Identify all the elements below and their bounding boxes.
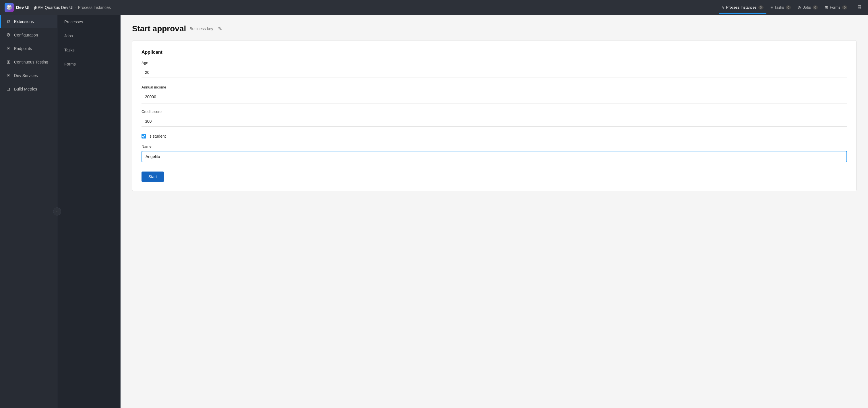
nav-forms-label: Forms: [830, 5, 840, 9]
extensions-icon: ⧉: [5, 19, 11, 24]
nav-jobs[interactable]: ⊙ Jobs 0: [795, 3, 820, 11]
continuous-testing-icon: ⊞: [5, 59, 11, 65]
tasks-icon: ≡: [770, 5, 773, 10]
process-instances-icon: ⑂: [722, 5, 724, 10]
topbar-nav: ⑂ Process Instances 0 ≡ Tasks 0 ⊙ Jobs 0…: [719, 3, 850, 11]
annual-income-label: Annual income: [142, 85, 847, 89]
page-title: Start approval: [132, 24, 186, 33]
forms-icon: ⊞: [825, 5, 828, 10]
dev-services-icon: ⊡: [5, 73, 11, 78]
name-field: Name: [142, 144, 847, 162]
annual-income-input[interactable]: [142, 92, 847, 102]
is-student-label: Is student: [148, 134, 166, 139]
sidebar-item-configuration[interactable]: ⚙ Configuration: [0, 28, 57, 42]
breadcrumb-page-name: Process Instances: [78, 5, 111, 10]
logo-label: Dev UI: [16, 5, 30, 10]
is-student-field: Is student: [142, 134, 847, 139]
breadcrumb: jBPM Quarkus Dev UI · Process Instances: [34, 5, 111, 10]
is-student-checkbox[interactable]: [142, 134, 146, 139]
nav-forms-badge: 0: [842, 5, 847, 9]
topbar: 🎲 Dev UI jBPM Quarkus Dev UI · Process I…: [0, 0, 868, 15]
sidebar-item-dev-services-label: Dev Services: [14, 73, 38, 78]
age-input[interactable]: [142, 67, 847, 78]
sidebar-item-continuous-testing[interactable]: ⊞ Continuous Testing: [0, 55, 57, 69]
secondary-nav-processes[interactable]: Processes: [57, 15, 120, 29]
secondary-nav: Processes Jobs Tasks Forms: [57, 15, 121, 408]
business-key-label: Business key: [189, 26, 213, 31]
form-card: Applicant Age Annual income Credit score: [132, 40, 857, 192]
nav-process-instances[interactable]: ⑂ Process Instances 0: [719, 3, 766, 11]
secondary-nav-tasks[interactable]: Tasks: [57, 43, 120, 57]
jobs-icon: ⊙: [798, 5, 801, 10]
sidebar-item-build-metrics[interactable]: ⊿ Build Metrics: [0, 82, 57, 96]
breadcrumb-separator: ·: [75, 5, 76, 10]
monitor-icon[interactable]: 🖥: [855, 3, 863, 12]
sidebar-item-configuration-label: Configuration: [14, 33, 38, 37]
credit-score-field: Credit score: [142, 110, 847, 128]
page-header: Start approval Business key ✎: [132, 24, 857, 33]
nav-process-instances-label: Process Instances: [726, 5, 756, 9]
nav-jobs-label: Jobs: [803, 5, 811, 9]
main-layout: ⧉ Extensions ⚙ Configuration ⊡ Endpoints…: [0, 15, 868, 408]
configuration-icon: ⚙: [5, 32, 11, 38]
nav-process-instances-badge: 0: [758, 5, 764, 9]
credit-score-label: Credit score: [142, 110, 847, 114]
sidebar-item-extensions-label: Extensions: [14, 19, 34, 24]
sidebar-collapse-icon: ‹: [57, 209, 58, 213]
sidebar-item-endpoints[interactable]: ⊡ Endpoints: [0, 42, 57, 55]
name-label: Name: [142, 144, 847, 149]
nav-jobs-badge: 0: [813, 5, 818, 9]
content-area: Start approval Business key ✎ Applicant …: [121, 15, 868, 408]
nav-tasks[interactable]: ≡ Tasks 0: [768, 3, 794, 11]
sidebar-item-continuous-testing-label: Continuous Testing: [14, 60, 48, 64]
secondary-nav-jobs[interactable]: Jobs: [57, 29, 120, 43]
sidebar-item-endpoints-label: Endpoints: [14, 46, 32, 51]
endpoints-icon: ⊡: [5, 46, 11, 51]
build-metrics-icon: ⊿: [5, 86, 11, 92]
age-label: Age: [142, 61, 847, 65]
nav-tasks-label: Tasks: [774, 5, 784, 9]
sidebar-collapse-button[interactable]: ‹: [53, 207, 61, 215]
sidebar-item-build-metrics-label: Build Metrics: [14, 87, 37, 91]
name-input[interactable]: [142, 151, 847, 162]
credit-score-input[interactable]: [142, 116, 847, 127]
sidebar-item-dev-services[interactable]: ⊡ Dev Services: [0, 69, 57, 82]
sidebar-item-extensions[interactable]: ⧉ Extensions: [0, 15, 57, 28]
edit-business-key-button[interactable]: ✎: [217, 24, 223, 33]
nav-forms[interactable]: ⊞ Forms 0: [822, 3, 850, 11]
start-button[interactable]: Start: [142, 172, 164, 182]
logo: 🎲 Dev UI: [5, 3, 30, 12]
secondary-nav-forms[interactable]: Forms: [57, 57, 120, 71]
age-field: Age: [142, 61, 847, 79]
nav-tasks-badge: 0: [786, 5, 791, 9]
annual-income-field: Annual income: [142, 85, 847, 104]
form-section-title: Applicant: [142, 50, 847, 55]
sidebar: ⧉ Extensions ⚙ Configuration ⊡ Endpoints…: [0, 15, 57, 408]
logo-icon: 🎲: [5, 3, 14, 12]
breadcrumb-app-name: jBPM Quarkus Dev UI: [34, 5, 73, 10]
